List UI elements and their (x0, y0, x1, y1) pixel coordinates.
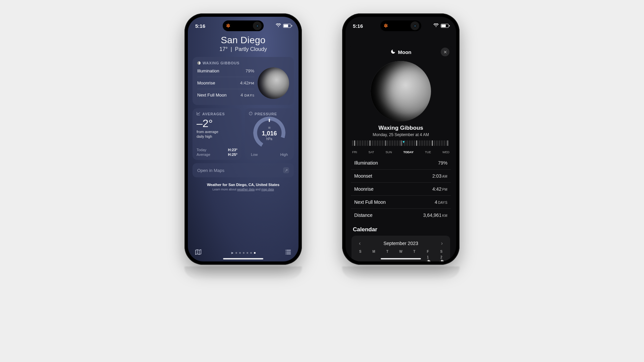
pressure-trend-icon: = (268, 125, 271, 130)
map-data-link[interactable]: map data (261, 188, 274, 191)
external-link-icon: ↗ (283, 167, 289, 173)
averages-card[interactable]: AVERAGES –2° from average daily high Tod… (193, 108, 241, 160)
calendar-next-button[interactable]: › (439, 240, 445, 247)
moon-phase-date: Monday, 25 September at 4 AM (349, 132, 453, 137)
moon-image-small (258, 67, 289, 99)
phone-moon-detail: 5:16 ✲ Moon ✕ (342, 13, 460, 265)
current-conditions: 17° | Partly Cloudy (188, 46, 299, 52)
moon-phase-title: Waxing Gibbous (349, 125, 453, 131)
attribution-line1: Weather for San Diego, CA, United States (188, 183, 299, 187)
moon-detail-sheet: Moon ✕ Waxing Gibbous Monday, 25 Septemb… (349, 46, 453, 261)
dynamic-island[interactable]: ✲ (223, 20, 264, 31)
battery-icon (283, 24, 291, 28)
pressure-value: 1,016 (262, 130, 277, 137)
moon-calendar: ‹ September 2023 › S M T W T F S 1 2 3 (352, 236, 450, 261)
moon-timeline[interactable]: ▼ (352, 140, 449, 149)
calendar-day[interactable]: 2 (435, 255, 447, 261)
weather-data-link[interactable]: weather data (237, 188, 255, 191)
wifi-icon (433, 23, 439, 28)
pressure-unit: hPa (266, 137, 272, 141)
calendar-section-title: Calendar (353, 226, 449, 233)
detail-row-moonrise: Moonrise 4:42PM (351, 183, 451, 196)
averages-today-row: Today H:23° (197, 148, 237, 152)
page-dots[interactable]: ➤ (231, 251, 256, 255)
timeline-marker-icon: ▼ (402, 140, 406, 144)
averages-caption: from average daily high (197, 130, 237, 139)
moon-phase-icon (197, 61, 201, 65)
moon-card-header: WAXING GIBBOUS (203, 61, 239, 65)
close-button[interactable]: ✕ (441, 48, 449, 56)
location-title: San Diego (188, 35, 299, 46)
home-indicator[interactable] (223, 258, 263, 259)
detail-row-next-full: Next Full Moon 4DAYS (351, 196, 451, 209)
phone-weather: 5:16 ✲ San Diego 17° | Partly Cloudy (184, 13, 302, 265)
pressure-header: PRESSURE (255, 112, 277, 116)
dynamic-island[interactable]: ✲ (380, 20, 421, 31)
moon-row-next-full: Next Full Moon 4 ᴅᴀʏs (197, 89, 254, 101)
timeline-day-labels: FRI SAT SUN TODAY TUE WED (352, 150, 449, 154)
moon-summary-card[interactable]: WAXING GIBBOUS Illumination 79% Moonrise… (193, 57, 294, 105)
pressure-low-label: Low (251, 153, 258, 157)
sheet-title: Moon (398, 49, 412, 55)
camera-icon (411, 21, 419, 30)
averages-deviation: –2° (197, 117, 237, 130)
wifi-icon (276, 23, 281, 28)
map-icon[interactable] (195, 248, 202, 257)
moon-phase-icon (425, 260, 431, 261)
averages-average-row: Average H:25° (197, 153, 237, 157)
calendar-day[interactable]: 1 (422, 255, 434, 261)
camera-icon (253, 21, 262, 30)
chart-icon (197, 112, 200, 116)
battery-icon (441, 24, 449, 28)
status-time: 5:16 (195, 23, 223, 29)
location-arrow-icon: ➤ (231, 251, 233, 255)
pressure-card[interactable]: PRESSURE = 1,016 hPa Low High (245, 108, 294, 160)
pressure-high-label: High (280, 153, 288, 157)
open-in-maps-row[interactable]: Open in Maps ↗ (193, 163, 294, 177)
pressure-gauge: = 1,016 hPa (253, 117, 285, 149)
gauge-icon (249, 112, 253, 116)
home-indicator[interactable] (381, 258, 421, 259)
status-bar: 5:16 ✲ (188, 17, 299, 33)
detail-row-distance: Distance 3,64,961KM (351, 209, 451, 222)
detail-row-illumination: Illumination 79% (351, 157, 451, 170)
moon-phase-icon (439, 260, 444, 261)
moon-row-moonrise: Moonrise 4:42ᴘᴍ (197, 77, 254, 89)
moon-row-illumination: Illumination 79% (197, 65, 254, 77)
moon-icon (390, 49, 396, 55)
activity-icon: ✲ (226, 23, 230, 29)
calendar-prev-button[interactable]: ‹ (357, 240, 363, 247)
moon-image-large (371, 61, 431, 121)
status-bar: 5:16 ✲ (345, 17, 456, 33)
attribution-footer: Weather for San Diego, CA, United States… (188, 183, 299, 191)
averages-header: AVERAGES (202, 112, 225, 116)
detail-row-moonset: Moonset 2:03AM (351, 170, 451, 183)
open-in-maps-label: Open in Maps (197, 168, 224, 173)
activity-icon: ✲ (384, 23, 388, 29)
calendar-month-label: September 2023 (383, 241, 418, 246)
list-icon[interactable] (284, 248, 292, 257)
status-time: 5:16 (353, 23, 380, 29)
